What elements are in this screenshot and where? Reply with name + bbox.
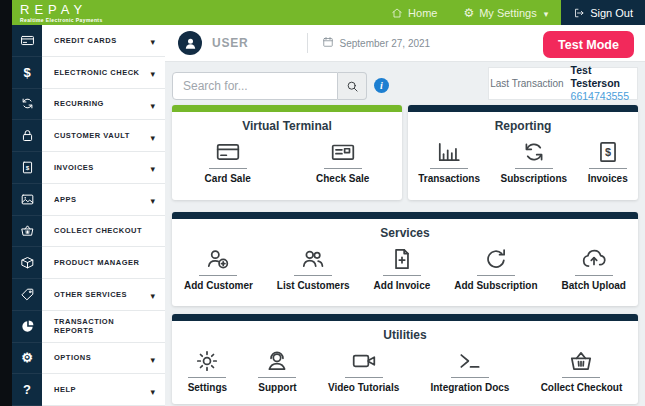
repay-logo: REPAY Realtime Electronic Payments: [20, 3, 103, 23]
list-customers-action[interactable]: List Customers: [277, 245, 350, 291]
video-tutorials-action[interactable]: Video Tutorials: [328, 347, 399, 393]
brand-tagline: Realtime Electronic Payments: [20, 18, 103, 23]
nav-sign-out-label: Sign Out: [590, 7, 633, 19]
sidebar-item-recurring[interactable]: RECURRING: [0, 89, 165, 121]
panel-title: Services: [172, 226, 638, 240]
search-button[interactable]: [338, 72, 367, 100]
collect-checkout-action[interactable]: Collect Checkout: [541, 347, 623, 393]
user-avatar: [178, 31, 202, 55]
nav-home[interactable]: Home: [378, 0, 450, 25]
action-label: Integration Docs: [430, 382, 509, 393]
subscriptions-action[interactable]: Subscriptions: [500, 138, 567, 184]
chevron-down-icon: [150, 127, 155, 145]
card-sale-action[interactable]: Card Sale: [205, 138, 251, 184]
sidebar-item-electronic-check[interactable]: $ ELECTRONIC CHECK: [0, 57, 165, 89]
cycle-icon: [521, 138, 547, 166]
panel-title: Virtual Terminal: [172, 119, 402, 133]
check-sale-action[interactable]: Check Sale: [316, 138, 369, 184]
top-navigation-bar: REPAY Realtime Electronic Payments Home …: [0, 0, 645, 25]
sidebar-item-label: HELP: [54, 385, 76, 394]
sidebar-item-customer-vault[interactable]: CUSTOMER VAULT: [0, 120, 165, 152]
sidebar-item-label: PRODUCT MANAGER: [54, 258, 139, 267]
sidebar-item-label: OPTIONS: [54, 353, 91, 362]
support-agent-icon: [264, 347, 290, 375]
icon-underline: [209, 168, 247, 169]
icon-underline: [515, 168, 553, 169]
video-camera-icon: [351, 347, 377, 375]
icon-underline: [477, 275, 515, 276]
panel-title: Reporting: [408, 119, 638, 133]
action-label: Support: [258, 382, 296, 393]
current-date: September 27, 2021: [322, 34, 431, 52]
sidebar-item-collect-checkout[interactable]: COLLECT CHECKOUT: [0, 216, 165, 248]
chevron-down-icon: [150, 349, 155, 367]
search-input[interactable]: [172, 72, 338, 100]
user-header-bar: USER September 27, 2021 Test Mode: [165, 25, 645, 62]
sidebar-menu: CREDIT CARDS $ ELECTRONIC CHECK RECURRIN…: [0, 25, 165, 406]
action-label: Add Invoice: [374, 280, 431, 291]
settings-action[interactable]: Settings: [188, 347, 227, 393]
chevron-down-icon: [150, 285, 155, 303]
nav-sign-out[interactable]: Sign Out: [561, 0, 645, 25]
sidebar-item-label: APPS: [54, 195, 76, 204]
chevron-down-icon: [150, 381, 155, 399]
info-icon[interactable]: i: [374, 78, 389, 93]
support-action[interactable]: Support: [258, 347, 296, 393]
sidebar-item-apps[interactable]: APPS: [0, 184, 165, 216]
panel-title: Utilities: [172, 328, 638, 342]
home-icon: [391, 7, 403, 19]
transactions-action[interactable]: Transactions: [418, 138, 480, 184]
icon-underline: [383, 275, 421, 276]
terminal-icon: [457, 347, 483, 375]
panel-virtual-terminal: Virtual Terminal Card Sale Check Sale: [172, 105, 402, 200]
lock-icon: [12, 120, 42, 152]
redo-arrow-icon: [483, 245, 509, 273]
user-label: USER: [212, 36, 249, 50]
basket-icon: [568, 347, 594, 375]
credit-card-icon: [215, 138, 241, 166]
svg-text:$: $: [25, 164, 29, 171]
tag-icon: [12, 279, 42, 311]
add-subscription-action[interactable]: Add Subscription: [454, 245, 537, 291]
action-label: Card Sale: [205, 173, 251, 184]
add-invoice-action[interactable]: Add Invoice: [374, 245, 431, 291]
sidebar-item-options[interactable]: ⚙ OPTIONS: [0, 343, 165, 375]
invoice-icon: $: [12, 152, 42, 184]
sidebar-item-help[interactable]: ? HELP: [0, 374, 165, 406]
search-group: [172, 72, 367, 100]
panel-reporting: Reporting Transactions Subscriptions $ I…: [408, 105, 638, 200]
action-label: Settings: [188, 382, 227, 393]
chevron-down-icon: [150, 63, 155, 81]
action-label: Transactions: [418, 173, 480, 184]
date-text: September 27, 2021: [340, 38, 431, 49]
action-label: Collect Checkout: [541, 382, 623, 393]
sidebar-item-invoices[interactable]: $ INVOICES: [0, 152, 165, 184]
integration-docs-action[interactable]: Integration Docs: [430, 347, 509, 393]
gear-icon: ⚙: [463, 7, 474, 19]
icon-underline: [324, 168, 362, 169]
sidebar-item-label: CUSTOMER VAULT: [54, 131, 130, 140]
sign-out-icon: [573, 7, 585, 19]
sidebar-item-label: INVOICES: [54, 163, 94, 172]
icon-underline: [575, 275, 613, 276]
icon-underline: [258, 377, 296, 378]
invoice-icon: $: [595, 138, 621, 166]
icon-underline: [451, 377, 489, 378]
chevron-down-icon: [542, 7, 549, 19]
sidebar-item-label: CREDIT CARDS: [54, 36, 117, 45]
action-label: Subscriptions: [500, 173, 567, 184]
icon-underline: [562, 377, 600, 378]
sidebar-item-product-manager[interactable]: PRODUCT MANAGER: [0, 247, 165, 279]
batch-upload-action[interactable]: Batch Upload: [562, 245, 626, 291]
add-customer-action[interactable]: Add Customer: [184, 245, 253, 291]
test-mode-button[interactable]: Test Mode: [543, 31, 634, 58]
sidebar-item-transaction-reports[interactable]: TRANSACTION REPORTS: [0, 311, 165, 343]
last-transaction-phone-link[interactable]: 6614743555: [571, 90, 629, 103]
sidebar-item-label: RECURRING: [54, 99, 104, 108]
cloud-upload-icon: [581, 245, 607, 273]
sidebar-item-credit-cards[interactable]: CREDIT CARDS: [0, 25, 165, 57]
nav-my-settings[interactable]: ⚙ My Settings: [450, 0, 561, 25]
last-transaction-label: Last Transaction: [490, 78, 563, 89]
invoices-action[interactable]: $ Invoices: [588, 138, 628, 184]
sidebar-item-other-services[interactable]: OTHER SERVICES: [0, 279, 165, 311]
